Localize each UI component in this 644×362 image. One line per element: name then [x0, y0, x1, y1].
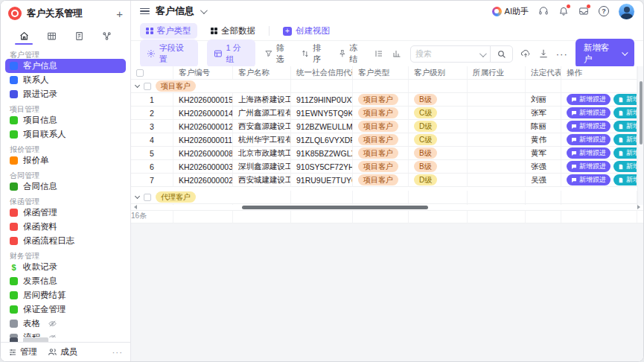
add-follow-up-button[interactable]: 新增跟进 [567, 161, 610, 172]
sidebar-item[interactable]: 保证金管理 [5, 302, 126, 317]
customer-level-cell[interactable]: B级 [409, 160, 468, 173]
sidebar-more-button[interactable]: ··· [112, 348, 124, 357]
add-follow-up-button[interactable]: 新增跟进 [567, 147, 610, 159]
uscc-cell[interactable]: 91XAW659OLZGJ... [291, 204, 353, 205]
customer-type-cell[interactable]: 项目客户 [353, 107, 409, 119]
sidebar-item[interactable]: 跟进记录 [5, 87, 126, 101]
industry-cell[interactable] [468, 204, 526, 205]
customer-type-cell[interactable]: 项目客户 [353, 133, 409, 146]
add-project-button[interactable]: 新增项目 [613, 174, 637, 185]
sidebar-add-button[interactable]: + [116, 8, 123, 19]
title-chevron-down-icon[interactable] [200, 7, 208, 14]
customer-type-cell[interactable]: 项目客户 [353, 147, 409, 159]
add-follow-up-button[interactable]: 新增跟进 [567, 121, 610, 132]
view-tab-customer-type[interactable]: 客户类型 [140, 23, 197, 39]
industry-cell[interactable] [468, 120, 526, 133]
customer-code-cell[interactable]: KH2026000014 [173, 107, 233, 119]
customer-code-cell[interactable]: KH2026000009 [173, 204, 233, 205]
new-customer-button[interactable]: 新增客户 [576, 39, 634, 69]
create-view-button[interactable]: + 创建视图 [277, 23, 336, 39]
customer-name-cell[interactable]: 西安华宇工程集团... [233, 204, 291, 205]
group-checkbox[interactable] [144, 83, 151, 90]
search-input[interactable]: 搜索 [411, 48, 479, 60]
chart-icon[interactable] [392, 49, 401, 58]
customer-code-cell[interactable]: KH2026000015 [173, 93, 233, 106]
column-header[interactable]: 客户编号 [173, 66, 233, 79]
tab-home-icon[interactable] [14, 28, 34, 44]
sidebar-item[interactable]: 表格 [5, 317, 126, 331]
more-actions-button[interactable]: ··· [556, 48, 568, 60]
hscroll-thumb[interactable] [242, 206, 428, 209]
customer-name-cell[interactable]: 上海路桥建设工程... [233, 93, 291, 106]
customer-level-cell[interactable]: B级 [409, 147, 468, 159]
table-row[interactable]: 2KH2026000014广州鑫源工程有限...91EWNY5TQ9K9...项… [131, 107, 637, 120]
column-header[interactable]: 所属行业 [468, 66, 526, 79]
customer-name-cell[interactable]: 深圳鑫源建设工程... [233, 160, 291, 173]
sidebar-item[interactable]: 保函管理 [5, 206, 126, 220]
uscc-cell[interactable]: 912BZWEULLMKU... [291, 120, 353, 133]
customer-name-cell[interactable]: 北京市政建筑工程... [233, 147, 291, 159]
sidebar-item[interactable]: $收款记录 [5, 260, 126, 274]
search-chevron-down-icon[interactable] [479, 47, 490, 60]
add-follow-up-button[interactable]: 新增跟进 [567, 174, 610, 185]
industry-cell[interactable] [468, 174, 526, 186]
cloud-upload-icon[interactable] [520, 48, 531, 59]
customer-code-cell[interactable]: KH2026000012 [173, 120, 233, 133]
customer-name-cell[interactable]: 西安鑫源建设工程... [233, 120, 291, 133]
sidebar-item[interactable]: 报价单 [5, 153, 126, 168]
group-collapse-chevron-icon[interactable] [135, 83, 140, 88]
sidebar-item[interactable]: 项目联系人 [5, 127, 126, 142]
headset-icon[interactable] [538, 6, 549, 16]
sidebar-item[interactable]: 联系人 [5, 73, 126, 87]
customer-level-cell[interactable]: C级 [409, 133, 468, 146]
tab-table-icon[interactable] [42, 28, 61, 44]
column-header[interactable]: 法定代表人 [526, 66, 561, 79]
field-settings-button[interactable]: 字段设置 [140, 39, 198, 68]
sidebar-item[interactable]: 居间费结算 [5, 288, 126, 302]
view-tab-all-data[interactable]: 全部数据 [205, 23, 262, 39]
sidebar-item[interactable]: 合同信息 [5, 180, 126, 194]
customer-level-cell[interactable]: B级 [409, 93, 468, 106]
column-header[interactable]: 客户级别 [409, 66, 468, 79]
customer-type-cell[interactable]: 项目客户 [353, 174, 409, 186]
menu-icon[interactable] [140, 8, 150, 15]
add-follow-up-button[interactable]: 新增跟进 [567, 134, 610, 145]
uscc-cell[interactable]: 910SY5CF72YHM... [291, 160, 353, 173]
customer-type-cell[interactable]: 项目客户 [353, 120, 409, 133]
select-all-checkbox[interactable] [136, 69, 144, 77]
table-row[interactable]: 3KH2026000012西安鑫源建设工程...912BZWEULLMKU...… [131, 120, 637, 133]
uscc-cell[interactable]: 91RU9UE7TUYGZ... [291, 174, 353, 186]
industry-cell[interactable] [468, 147, 526, 159]
filter-button[interactable]: 筛选 [264, 42, 292, 65]
search-icon[interactable] [491, 49, 512, 59]
add-project-button[interactable]: 新增项目 [613, 147, 637, 159]
members-button[interactable]: 成员 [48, 346, 77, 358]
column-header[interactable]: 客户名称 [233, 66, 291, 79]
user-avatar[interactable] [619, 4, 634, 19]
add-project-button[interactable]: 新增项目 [613, 161, 637, 172]
customer-type-cell[interactable]: 代理客户 [353, 204, 409, 205]
table-row[interactable]: 6KH2026000003深圳鑫源建设工程...910SY5CF72YHM...… [131, 160, 637, 174]
sidebar-item[interactable]: 项目信息 [5, 113, 126, 127]
table-row[interactable]: 7KH2026000002西安城建建设工程...91RU9UE7TUYGZ...… [131, 174, 637, 187]
customer-level-cell[interactable]: C级 [409, 107, 468, 119]
customer-level-cell[interactable]: C级 [409, 204, 468, 205]
add-project-button[interactable]: 新增项目 [613, 94, 637, 105]
uscc-cell[interactable]: 91ZLQL6VYXDRM... [291, 133, 353, 146]
customer-code-cell[interactable]: KH2026000002 [173, 174, 233, 186]
table-row[interactable]: 1KH2026000009西安华宇工程集团...91XAW659OLZGJ...… [131, 204, 637, 205]
sidebar-item[interactable]: 保函资料 [5, 220, 126, 234]
sidebar-item[interactable]: 发票信息 [5, 274, 126, 288]
row-height-icon[interactable] [374, 49, 383, 58]
industry-cell[interactable] [468, 93, 526, 106]
customer-code-cell[interactable]: KH2026000008 [173, 147, 233, 159]
customer-type-cell[interactable]: 项目客户 [353, 93, 409, 106]
industry-cell[interactable] [468, 133, 526, 146]
table-row[interactable]: 4KH2026000011杭州华宇工程有限...91ZLQL6VYXDRM...… [131, 133, 637, 147]
legal-rep-cell[interactable]: 陈丽 [526, 120, 561, 133]
column-header[interactable]: 统一社会信用代码 [291, 66, 353, 79]
vertical-scrollbar[interactable] [637, 66, 643, 205]
add-project-button[interactable]: 新增项目 [613, 107, 637, 118]
legal-rep-cell[interactable]: 张军 [526, 107, 561, 119]
tab-workflow-icon[interactable] [98, 28, 117, 44]
